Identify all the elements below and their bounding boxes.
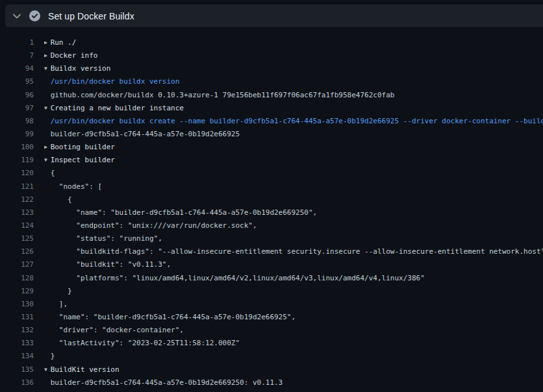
line-number[interactable]: 119 [0, 154, 34, 167]
log-line: 130 ], [0, 298, 543, 311]
line-number[interactable]: 133 [0, 337, 34, 350]
output-text: } [51, 287, 72, 295]
log-line: 99builder-d9cfb5a1-c764-445a-a57e-0b19d2… [0, 128, 543, 141]
chevron-right-icon[interactable]: ▶ [44, 36, 51, 49]
chevron-down-icon[interactable]: ▼ [44, 363, 51, 376]
output-text: } [51, 352, 55, 360]
line-number[interactable]: 128 [0, 272, 34, 285]
line-number[interactable]: 121 [0, 180, 34, 193]
line-number[interactable]: 124 [0, 219, 34, 232]
line-number[interactable]: 94 [0, 62, 34, 75]
output-text: builder-d9cfb5a1-c764-445a-a57e-0b19d2e6… [51, 378, 283, 387]
log-line: 127 "buildkit": "v0.11.3", [0, 258, 543, 271]
log-line: 123 "name": "builder-d9cfb5a1-c764-445a-… [0, 206, 543, 219]
line-number[interactable]: 97 [0, 102, 34, 115]
line-number[interactable]: 95 [0, 75, 34, 88]
output-text: github.com/docker/buildx 0.10.3+azure-1 … [51, 91, 395, 99]
chevron-right-icon[interactable]: ▶ [44, 141, 51, 154]
log-line: 119▼Inspect builder [0, 154, 543, 167]
chevron-right-icon[interactable]: ▶ [44, 49, 51, 62]
command-text: /usr/bin/docker buildx create --name bui… [51, 117, 543, 125]
output-text: "name": "builder-d9cfb5a1-c764-445a-a57e… [51, 313, 296, 321]
line-number[interactable]: 123 [0, 206, 34, 219]
log-line: 122 { [0, 193, 543, 206]
line-number[interactable]: 1 [0, 36, 34, 49]
group-title[interactable]: Booting builder [51, 143, 115, 151]
line-number[interactable]: 96 [0, 89, 34, 102]
line-number[interactable]: 120 [0, 167, 34, 180]
line-number[interactable]: 7 [0, 49, 34, 62]
log-line: 95/usr/bin/docker buildx version [0, 75, 543, 88]
output-text: "platforms": "linux/amd64,linux/amd64/v2… [51, 274, 425, 282]
log-line: 132 "driver": "docker-container", [0, 324, 543, 337]
line-number[interactable]: 125 [0, 232, 34, 245]
log-line: 97▼Creating a new builder instance [0, 102, 543, 115]
log-line: 134} [0, 350, 543, 363]
output-text: "buildkit": "v0.11.3", [51, 260, 171, 269]
command-text: /usr/bin/docker buildx version [51, 77, 180, 86]
line-number[interactable]: 98 [0, 115, 34, 128]
output-text: builder-d9cfb5a1-c764-445a-a57e-0b19d2e6… [51, 130, 240, 138]
chevron-down-icon[interactable]: ▼ [44, 154, 51, 167]
log-line: 120{ [0, 167, 543, 180]
line-number[interactable]: 130 [0, 298, 34, 311]
log-line: 126 "buildkitd-flags": "--allow-insecure… [0, 245, 543, 258]
line-number[interactable]: 100 [0, 141, 34, 154]
output-text: "status": "running", [51, 234, 162, 243]
line-number[interactable]: 122 [0, 193, 34, 206]
log-line: 7▶Docker info [0, 49, 543, 62]
log-line: 129 } [0, 285, 543, 298]
output-text: { [51, 169, 55, 177]
line-number[interactable]: 127 [0, 258, 34, 271]
chevron-down-icon[interactable]: ▼ [44, 62, 51, 75]
log-line: 135▼BuildKit version [0, 363, 543, 376]
group-title[interactable]: Inspect builder [51, 156, 115, 164]
chevron-down-icon[interactable]: ▼ [44, 102, 51, 115]
log-line: 121 "nodes": [ [0, 180, 543, 193]
line-number[interactable]: 131 [0, 311, 34, 324]
line-number[interactable]: 136 [0, 376, 34, 389]
chevron-down-icon[interactable] [5, 14, 29, 19]
group-title[interactable]: Buildx version [51, 64, 111, 73]
log-line: 128 "platforms": "linux/amd64,linux/amd6… [0, 272, 543, 285]
output-text: "nodes": [ [51, 182, 102, 191]
group-title[interactable]: BuildKit version [51, 365, 120, 374]
line-number[interactable]: 135 [0, 363, 34, 376]
log-line: 94▼Buildx version [0, 62, 543, 75]
log-line: 98/usr/bin/docker buildx create --name b… [0, 115, 543, 128]
log-line: 1▶Run ./ [0, 36, 543, 49]
line-number[interactable]: 129 [0, 285, 34, 298]
output-text: "buildkitd-flags": "--allow-insecure-ent… [51, 247, 543, 256]
log-line: 100▶Booting builder [0, 141, 543, 154]
output-text: "driver": "docker-container", [51, 326, 184, 334]
group-title[interactable]: Docker info [51, 51, 98, 60]
step-header[interactable]: Set up Docker Buildx [5, 5, 543, 27]
line-number[interactable]: 126 [0, 245, 34, 258]
line-number[interactable]: 99 [0, 128, 34, 141]
output-text: "name": "builder-d9cfb5a1-c764-445a-a57e… [51, 208, 318, 217]
log-line: 133 "lastActivity": "2023-02-25T11:58:12… [0, 337, 543, 350]
log-line: 131 "name": "builder-d9cfb5a1-c764-445a-… [0, 311, 543, 324]
status-check-circle-icon [29, 10, 40, 22]
log-line: 136builder-d9cfb5a1-c764-445a-a57e-0b19d… [0, 376, 543, 389]
step-title: Set up Docker Buildx [48, 11, 134, 21]
log-line: 96github.com/docker/buildx 0.10.3+azure-… [0, 89, 543, 102]
log-line: 124 "endpoint": "unix:///var/run/docker.… [0, 219, 543, 232]
log-line: 125 "status": "running", [0, 232, 543, 245]
output-text: { [51, 195, 72, 204]
group-title[interactable]: Run ./ [51, 38, 77, 47]
group-title[interactable]: Creating a new builder instance [51, 104, 184, 112]
log-viewer: 1▶Run ./7▶Docker info94▼Buildx version95… [0, 27, 543, 392]
output-text: "endpoint": "unix:///var/run/docker.sock… [51, 221, 257, 230]
output-text: "lastActivity": "2023-02-25T11:58:12.000… [51, 339, 240, 347]
output-text: ], [51, 300, 68, 308]
line-number[interactable]: 134 [0, 350, 34, 363]
line-number[interactable]: 132 [0, 324, 34, 337]
